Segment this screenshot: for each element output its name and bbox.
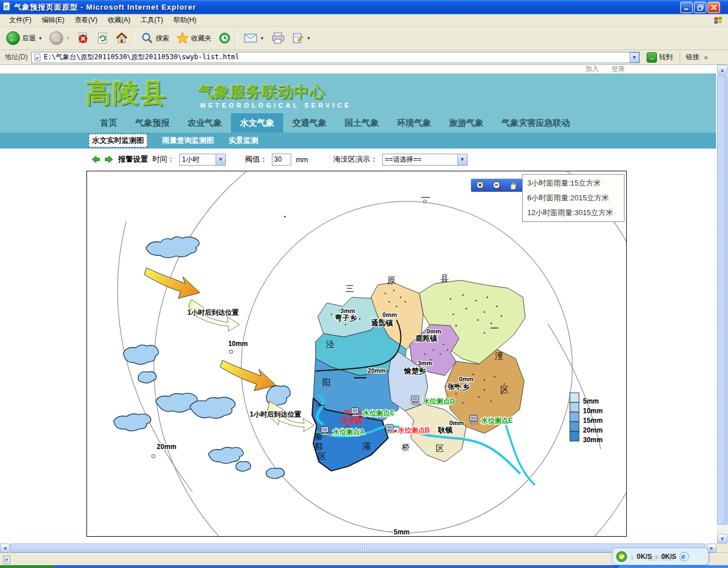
ie-tray-icon[interactable]: e [679,551,689,562]
svg-text:3mm: 3mm [341,307,355,314]
menu-item-file[interactable]: 文件(F) [5,14,36,26]
scroll-up-button[interactable]: ▲ [717,65,727,75]
nav-tab-tourism[interactable]: 旅游气象 [440,113,493,133]
main-nav: 首页 气象预报 农业气象 水文气象 交通气象 国土气象 环境气象 旅游气象 气象… [0,113,716,133]
subnav-live-monitor[interactable]: 实景监测 [229,135,258,146]
station-b[interactable]: 水位测点B [386,425,430,434]
menu-item-favorites[interactable]: 收藏(A) [103,14,135,26]
svg-text:县: 县 [440,273,449,283]
station-d[interactable]: 水位测点D [411,396,455,405]
rain-clouds [114,237,291,479]
zoom-in-icon[interactable] [475,180,486,191]
login-link[interactable]: 登录 [611,64,625,74]
links-chevron[interactable]: » [704,53,708,61]
address-label: 地址(D) [5,52,28,62]
title-bar[interactable]: e 气象预报页面原型 - Microsoft Internet Explorer [0,0,728,14]
subnav-realtime-monitor[interactable]: 水文实时监测图 [89,134,147,147]
favorites-star-icon [176,32,189,44]
nav-tab-agriculture[interactable]: 农业气象 [179,113,231,133]
station-c[interactable]: 水位测点C [351,408,395,417]
svg-text:区: 区 [500,385,509,394]
vertical-scrollbar[interactable]: ▲ ▼ [717,65,728,544]
nav-tab-weather-forecast[interactable]: 气象预报 [126,113,179,133]
range-10mm-marker [229,350,233,353]
nav-tab-traffic[interactable]: 交通气象 [283,113,336,133]
threshold-input[interactable] [272,154,291,166]
print-button[interactable] [268,31,288,45]
join-link[interactable]: 加入 [585,64,599,74]
refresh-icon [96,32,109,44]
range-tick-circle [424,200,427,203]
station-e[interactable]: 水位测点E [470,415,513,425]
home-button[interactable] [113,31,131,46]
menu-item-edit[interactable]: 编辑(E) [37,14,69,26]
menu-item-view[interactable]: 查看(V) [70,14,102,26]
horizontal-scroll-thumb[interactable] [10,544,705,553]
back-button[interactable]: ← 后退▼ [3,30,46,46]
close-button[interactable] [708,2,720,13]
history-button[interactable] [216,31,234,46]
logo-title-text: 气象服务联动中心 [198,81,325,102]
favorites-button[interactable]: 收藏夹 [173,31,214,46]
browser-toolbar: ← 后退▼ →▼ 搜索 收藏夹 ▼ [0,27,728,50]
svg-text:e: e [5,3,8,10]
nav-tab-environment[interactable]: 环境气象 [388,113,440,133]
rainfall-6h: 6小时面雨量:2015立方米 [527,193,619,203]
next-arrow-icon[interactable] [105,155,114,163]
zoom-out-icon[interactable] [491,180,503,191]
time-select[interactable]: 1小时▼ [179,154,226,166]
toolbar-separator [134,30,135,47]
edit-button[interactable]: ▼ [289,31,314,45]
net-speed-widget[interactable]: 我的电脑 ↓ 0K/S ↑ 0K/S e [612,548,709,565]
search-button[interactable]: 搜索 [138,31,172,46]
chevron-down-icon: ▼ [216,154,225,165]
pan-hand-icon[interactable] [507,180,519,191]
menu-item-tools[interactable]: 工具(T) [136,14,167,26]
svg-text:泾渭镇: 泾渭镇 [341,416,363,425]
svg-text:都: 都 [315,441,323,451]
scroll-grip [358,546,368,551]
stop-button[interactable] [74,31,92,46]
address-input[interactable]: e E:\气象台\原型20110530\原型20110530\swyb-list… [31,52,640,63]
nav-tab-hydrology[interactable]: 水文气象 [231,113,283,133]
app-icon: e [2,2,11,13]
svg-text:e: e [35,54,39,60]
minimize-button[interactable] [680,2,693,13]
rainfall-legend: 5mm 10mm 15mm 20mm 30mm [569,392,603,446]
scroll-left-button[interactable]: ◄ [0,544,10,553]
svg-text:三: 三 [346,283,354,293]
svg-text:0mm: 0mm [449,419,464,426]
arrival-label-2: 1小时后到达位置 [250,410,301,418]
svg-text:水位测点C: 水位测点C [362,409,395,417]
prev-arrow-icon[interactable] [91,155,100,163]
restore-button[interactable] [694,2,706,13]
svg-text:e: e [5,557,9,563]
map-canvas: 1小时后到达位置 1小时后到达位置 [87,171,626,536]
subnav-rain-query[interactable]: 雨量查询监测图 [162,135,214,146]
scroll-down-button[interactable]: ▼ [717,534,727,544]
menu-item-help[interactable]: 帮助(H) [169,14,201,26]
nav-tab-disaster-emergency[interactable]: 气象灾害应急联动 [493,113,579,133]
edit-dropdown-icon[interactable]: ▼ [307,36,311,41]
back-dropdown-icon[interactable]: ▼ [38,36,43,41]
nav-tab-land[interactable]: 国土气象 [336,113,388,133]
svg-text:秦: 秦 [315,431,323,441]
range-5mm: 5mm [394,528,410,536]
forward-button[interactable]: →▼ [47,30,73,46]
logo-county-text: 高陵县 [85,76,167,111]
vertical-scroll-thumb[interactable] [717,75,727,525]
links-label[interactable]: 链接 [686,52,700,62]
windows-taskbar[interactable] [0,565,728,568]
address-dropdown-icon[interactable]: ▼ [630,52,639,63]
flood-demo-select[interactable]: ==请选择==▼ [382,154,468,166]
go-button[interactable]: → 转到 [643,52,676,63]
refresh-button[interactable] [93,31,111,46]
mail-dropdown-icon[interactable]: ▼ [260,36,264,41]
legend-swatches [569,392,580,443]
svg-text:0mm: 0mm [427,328,441,335]
hydrology-map[interactable]: 1小时后到达位置 1小时后到达位置 [86,171,627,537]
station-a[interactable]: 水位测点A [321,427,365,436]
horizontal-scrollbar[interactable]: ◄ ► [0,544,717,553]
nav-tab-home[interactable]: 首页 [91,113,126,133]
mail-button[interactable]: ▼ [241,32,267,44]
